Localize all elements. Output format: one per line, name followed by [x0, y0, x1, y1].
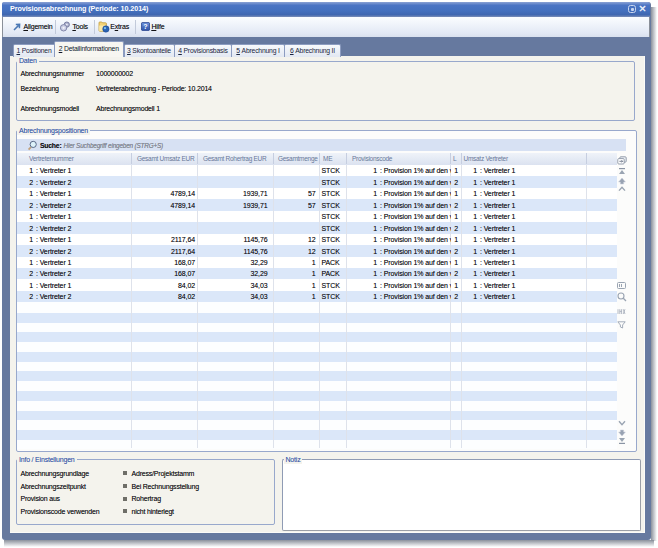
svg-text:?: ? [143, 23, 147, 30]
